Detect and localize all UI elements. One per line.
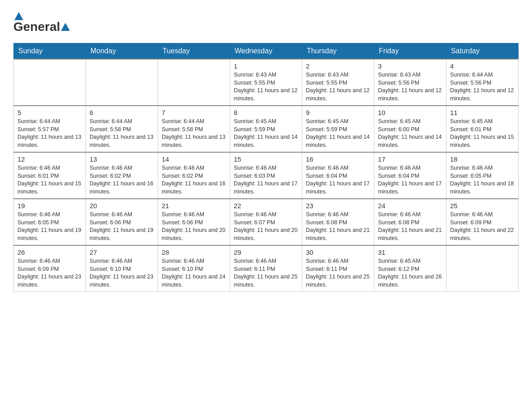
calendar-day [86, 59, 158, 106]
day-number: 11 [450, 109, 515, 116]
day-number: 9 [306, 109, 370, 116]
day-info: Sunrise: 6:43 AM Sunset: 5:55 PM Dayligh… [234, 71, 298, 103]
calendar-day: 7Sunrise: 6:44 AM Sunset: 5:58 PM Daylig… [158, 106, 230, 152]
day-info: Sunrise: 6:46 AM Sunset: 6:07 PM Dayligh… [234, 211, 298, 242]
day-number: 27 [90, 248, 154, 256]
day-info: Sunrise: 6:46 AM Sunset: 6:04 PM Dayligh… [306, 164, 370, 196]
day-number: 20 [90, 202, 154, 210]
calendar-day: 1Sunrise: 6:43 AM Sunset: 5:55 PM Daylig… [230, 59, 302, 106]
day-info: Sunrise: 6:46 AM Sunset: 6:01 PM Dayligh… [17, 164, 82, 196]
day-number: 25 [450, 202, 515, 210]
day-info: Sunrise: 6:45 AM Sunset: 6:00 PM Dayligh… [378, 118, 442, 149]
day-number: 12 [17, 155, 82, 163]
calendar-day: 29Sunrise: 6:46 AM Sunset: 6:11 PM Dayli… [230, 245, 302, 292]
calendar-day: 15Sunrise: 6:46 AM Sunset: 6:03 PM Dayli… [230, 152, 302, 199]
day-info: Sunrise: 6:46 AM Sunset: 6:05 PM Dayligh… [17, 211, 82, 242]
calendar-day: 5Sunrise: 6:44 AM Sunset: 5:57 PM Daylig… [14, 106, 86, 152]
day-info: Sunrise: 6:46 AM Sunset: 6:11 PM Dayligh… [234, 257, 298, 289]
day-info: Sunrise: 6:46 AM Sunset: 6:02 PM Dayligh… [162, 164, 226, 196]
calendar-header-row: SundayMondayTuesdayWednesdayThursdayFrid… [14, 43, 519, 60]
day-info: Sunrise: 6:46 AM Sunset: 6:02 PM Dayligh… [90, 164, 154, 196]
calendar-day: 8Sunrise: 6:45 AM Sunset: 5:59 PM Daylig… [230, 106, 302, 152]
logo: General [13, 9, 71, 34]
day-of-week-header: Tuesday [158, 43, 230, 60]
calendar-day: 19Sunrise: 6:46 AM Sunset: 6:05 PM Dayli… [14, 199, 86, 245]
day-info: Sunrise: 6:44 AM Sunset: 5:58 PM Dayligh… [162, 118, 226, 149]
calendar-day: 13Sunrise: 6:46 AM Sunset: 6:02 PM Dayli… [86, 152, 158, 199]
day-info: Sunrise: 6:46 AM Sunset: 6:09 PM Dayligh… [17, 257, 82, 289]
day-number: 5 [17, 109, 82, 116]
calendar-day: 17Sunrise: 6:46 AM Sunset: 6:04 PM Dayli… [374, 152, 446, 199]
day-info: Sunrise: 6:46 AM Sunset: 6:05 PM Dayligh… [450, 164, 515, 196]
day-of-week-header: Friday [374, 43, 446, 60]
day-info: Sunrise: 6:46 AM Sunset: 6:08 PM Dayligh… [306, 211, 370, 242]
calendar-day: 10Sunrise: 6:45 AM Sunset: 6:00 PM Dayli… [374, 106, 446, 152]
calendar-day [446, 245, 518, 292]
day-of-week-header: Saturday [446, 43, 518, 60]
day-number: 17 [378, 155, 442, 163]
day-info: Sunrise: 6:46 AM Sunset: 6:11 PM Dayligh… [306, 257, 370, 289]
day-number: 16 [306, 155, 370, 163]
day-info: Sunrise: 6:45 AM Sunset: 6:12 PM Dayligh… [378, 257, 442, 289]
day-of-week-header: Thursday [302, 43, 374, 60]
day-number: 13 [90, 155, 154, 163]
day-number: 15 [234, 155, 298, 163]
calendar-day: 26Sunrise: 6:46 AM Sunset: 6:09 PM Dayli… [14, 245, 86, 292]
calendar-day: 25Sunrise: 6:46 AM Sunset: 6:09 PM Dayli… [446, 199, 518, 245]
day-number: 19 [17, 202, 82, 210]
week-row: 26Sunrise: 6:46 AM Sunset: 6:09 PM Dayli… [14, 245, 519, 292]
calendar-day: 21Sunrise: 6:46 AM Sunset: 6:06 PM Dayli… [158, 199, 230, 245]
day-number: 18 [450, 155, 515, 163]
day-info: Sunrise: 6:44 AM Sunset: 5:57 PM Dayligh… [17, 118, 82, 149]
day-number: 30 [306, 248, 370, 256]
day-info: Sunrise: 6:46 AM Sunset: 6:09 PM Dayligh… [450, 211, 515, 242]
day-info: Sunrise: 6:45 AM Sunset: 6:01 PM Dayligh… [450, 118, 515, 149]
day-number: 3 [378, 62, 442, 70]
calendar-day: 16Sunrise: 6:46 AM Sunset: 6:04 PM Dayli… [302, 152, 374, 199]
day-number: 28 [162, 248, 226, 256]
day-number: 26 [17, 248, 82, 256]
day-number: 6 [90, 109, 154, 116]
calendar-day: 2Sunrise: 6:43 AM Sunset: 5:55 PM Daylig… [302, 59, 374, 106]
day-info: Sunrise: 6:46 AM Sunset: 6:10 PM Dayligh… [162, 257, 226, 289]
calendar-day: 27Sunrise: 6:46 AM Sunset: 6:10 PM Dayli… [86, 245, 158, 292]
logo-general-bottom: General [13, 20, 60, 34]
day-number: 10 [378, 109, 442, 116]
calendar-table: SundayMondayTuesdayWednesdayThursdayFrid… [13, 43, 519, 292]
calendar-day: 22Sunrise: 6:46 AM Sunset: 6:07 PM Dayli… [230, 199, 302, 245]
day-info: Sunrise: 6:46 AM Sunset: 6:08 PM Dayligh… [378, 211, 442, 242]
day-number: 7 [162, 109, 226, 116]
day-number: 2 [306, 62, 370, 70]
calendar-day: 23Sunrise: 6:46 AM Sunset: 6:08 PM Dayli… [302, 199, 374, 245]
day-info: Sunrise: 6:46 AM Sunset: 6:03 PM Dayligh… [234, 164, 298, 196]
day-of-week-header: Wednesday [230, 43, 302, 60]
calendar-day [158, 59, 230, 106]
calendar-day: 20Sunrise: 6:46 AM Sunset: 6:06 PM Dayli… [86, 199, 158, 245]
calendar-day: 24Sunrise: 6:46 AM Sunset: 6:08 PM Dayli… [374, 199, 446, 245]
day-number: 22 [234, 202, 298, 210]
day-number: 31 [378, 248, 442, 256]
calendar-day: 31Sunrise: 6:45 AM Sunset: 6:12 PM Dayli… [374, 245, 446, 292]
day-info: Sunrise: 6:46 AM Sunset: 6:06 PM Dayligh… [90, 211, 154, 242]
calendar-day: 30Sunrise: 6:46 AM Sunset: 6:11 PM Dayli… [302, 245, 374, 292]
week-row: 5Sunrise: 6:44 AM Sunset: 5:57 PM Daylig… [14, 106, 519, 152]
calendar-day: 9Sunrise: 6:45 AM Sunset: 5:59 PM Daylig… [302, 106, 374, 152]
calendar-day: 4Sunrise: 6:44 AM Sunset: 5:56 PM Daylig… [446, 59, 518, 106]
day-number: 29 [234, 248, 298, 256]
day-info: Sunrise: 6:46 AM Sunset: 6:04 PM Dayligh… [378, 164, 442, 196]
calendar-day: 28Sunrise: 6:46 AM Sunset: 6:10 PM Dayli… [158, 245, 230, 292]
day-number: 1 [234, 62, 298, 70]
day-info: Sunrise: 6:45 AM Sunset: 5:59 PM Dayligh… [306, 118, 370, 149]
day-info: Sunrise: 6:46 AM Sunset: 6:10 PM Dayligh… [90, 257, 154, 289]
logo-triangle-icon2 [61, 23, 70, 31]
day-of-week-header: Sunday [14, 43, 86, 60]
day-number: 8 [234, 109, 298, 116]
day-number: 21 [162, 202, 226, 210]
calendar-day: 11Sunrise: 6:45 AM Sunset: 6:01 PM Dayli… [446, 106, 518, 152]
calendar-day: 6Sunrise: 6:44 AM Sunset: 5:58 PM Daylig… [86, 106, 158, 152]
day-number: 23 [306, 202, 370, 210]
day-info: Sunrise: 6:44 AM Sunset: 5:58 PM Dayligh… [90, 118, 154, 149]
calendar-day: 14Sunrise: 6:46 AM Sunset: 6:02 PM Dayli… [158, 152, 230, 199]
page-header: General [13, 9, 519, 34]
calendar-day [14, 59, 86, 106]
